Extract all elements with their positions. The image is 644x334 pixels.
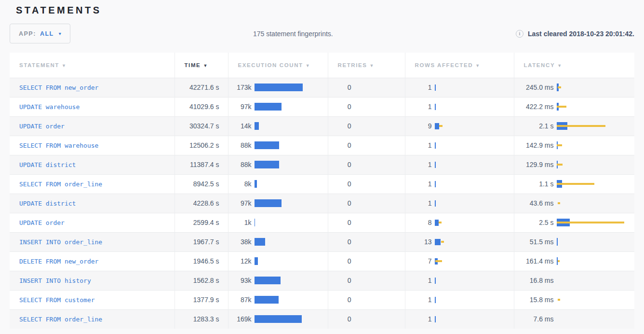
execution-count-bar bbox=[255, 141, 279, 149]
statement-link[interactable]: SELECT FROM customer bbox=[19, 296, 95, 304]
rows-affected-cell: 1 bbox=[405, 136, 514, 155]
latency-cell: 15.8 ms bbox=[514, 290, 634, 309]
statement-link[interactable]: SELECT FROM warehouse bbox=[19, 142, 98, 149]
time-value: 1967.7 s bbox=[174, 232, 228, 251]
rows-affected-stddev-line bbox=[439, 222, 442, 223]
statement-link[interactable]: UPDATE district bbox=[19, 200, 76, 207]
execution-count-bar bbox=[255, 180, 257, 188]
rows-affected-cell: 1 bbox=[405, 155, 514, 174]
execution-count-bar bbox=[255, 122, 259, 130]
column-header-time[interactable]: TIME▼ bbox=[174, 53, 228, 78]
execution-count-chart bbox=[255, 161, 328, 168]
statements-table-wrap: STATEMENT▼TIME▼EXECUTION COUNT▼RETRIES▼R… bbox=[10, 53, 634, 329]
table-row: DELETE FROM new_order1946.5 s12k07161.4 … bbox=[10, 251, 634, 271]
latency-value: 16.8 ms bbox=[514, 277, 554, 284]
statement-link[interactable]: UPDATE order bbox=[19, 123, 65, 130]
execution-count-value: 1k bbox=[228, 219, 252, 226]
statement-link[interactable]: SELECT FROM order_line bbox=[19, 316, 102, 323]
rows-affected-cell: 9 bbox=[405, 116, 514, 136]
rows-affected-chart bbox=[435, 296, 514, 304]
time-value: 1946.5 s bbox=[174, 251, 228, 271]
statement-link[interactable]: UPDATE district bbox=[19, 161, 76, 168]
statement-link[interactable]: UPDATE order bbox=[19, 219, 65, 226]
time-value: 41029.6 s bbox=[174, 97, 228, 116]
statement-link[interactable]: SELECT FROM new_order bbox=[19, 84, 98, 91]
latency-value: 43.6 ms bbox=[514, 199, 554, 207]
column-header-rows[interactable]: ROWS AFFECTED▼ bbox=[405, 53, 514, 78]
latency-stddev-line bbox=[557, 183, 594, 185]
column-header-retries[interactable]: RETRIES▼ bbox=[328, 53, 405, 78]
statement-link[interactable]: INSERT INTO order_line bbox=[19, 238, 102, 246]
execution-count-value: 93k bbox=[228, 277, 252, 284]
execution-count-cell: 97k bbox=[228, 194, 328, 213]
statement-link[interactable]: UPDATE warehouse bbox=[19, 103, 80, 111]
latency-stddev-line bbox=[557, 164, 563, 166]
time-value: 11387.4 s bbox=[174, 155, 228, 174]
execution-count-chart bbox=[255, 84, 328, 91]
latency-chart bbox=[557, 315, 635, 323]
retries-cell: 0 bbox=[328, 232, 405, 251]
rows-affected-cell: 1 bbox=[405, 271, 514, 290]
rows-affected-cell: 13 bbox=[405, 232, 514, 251]
retries-value: 0 bbox=[328, 199, 351, 207]
retries-value: 0 bbox=[328, 103, 351, 111]
retries-value: 0 bbox=[328, 238, 351, 246]
column-label: LATENCY bbox=[524, 62, 555, 68]
statement-link[interactable]: INSERT INTO history bbox=[19, 277, 91, 284]
rows-affected-stddev-line bbox=[435, 260, 442, 262]
execution-count-chart bbox=[255, 103, 328, 111]
statement-cell: SELECT FROM warehouse bbox=[10, 136, 174, 155]
execution-count-cell: 38k bbox=[228, 232, 328, 251]
execution-count-value: 87k bbox=[228, 296, 252, 304]
statement-cell: UPDATE order bbox=[10, 213, 174, 232]
app-filter-dropdown[interactable]: APP: ALL ▾ bbox=[10, 24, 70, 43]
table-row: SELECT FROM warehouse12506.2 s88k01142.9… bbox=[10, 136, 634, 155]
retries-value: 0 bbox=[328, 141, 351, 149]
execution-count-value: 8k bbox=[228, 180, 252, 188]
execution-count-value: 97k bbox=[228, 103, 252, 111]
latency-stddev-line bbox=[557, 222, 624, 223]
table-row: INSERT INTO history1562.8 s93k0116.8 ms bbox=[10, 271, 634, 290]
execution-count-chart bbox=[255, 296, 328, 304]
info-icon[interactable]: i bbox=[516, 30, 523, 38]
rows-affected-stddev-line bbox=[439, 125, 443, 127]
rows-affected-value: 8 bbox=[405, 219, 432, 226]
statement-link[interactable]: DELETE FROM new_order bbox=[19, 258, 98, 265]
rows-affected-value: 1 bbox=[405, 296, 432, 304]
sort-caret-icon: ▼ bbox=[557, 63, 563, 68]
sort-caret-icon: ▼ bbox=[62, 63, 67, 68]
latency-value: 161.4 ms bbox=[514, 257, 554, 265]
rows-affected-cell: 8 bbox=[405, 213, 514, 232]
time-value: 1283.3 s bbox=[174, 309, 228, 329]
page-title: STATEMENTS bbox=[16, 5, 644, 16]
latency-cell: 2.5 s bbox=[514, 213, 634, 232]
execution-count-cell: 14k bbox=[228, 116, 328, 136]
rows-affected-chart bbox=[435, 122, 514, 130]
rows-affected-value: 1 bbox=[405, 84, 432, 91]
execution-count-value: 169k bbox=[228, 315, 252, 323]
retries-value: 0 bbox=[328, 161, 351, 168]
table-row: UPDATE warehouse41029.6 s97k01422.2 ms bbox=[10, 97, 634, 116]
execution-count-value: 173k bbox=[228, 84, 252, 91]
table-row: SELECT FROM new_order42271.6 s173k01245.… bbox=[10, 78, 634, 97]
rows-affected-value: 1 bbox=[405, 199, 432, 207]
app-filter-value: ALL bbox=[40, 30, 54, 37]
statement-cell: SELECT FROM order_line bbox=[10, 309, 174, 329]
column-header-statement[interactable]: STATEMENT▼ bbox=[10, 53, 174, 78]
statement-cell: INSERT INTO order_line bbox=[10, 232, 174, 251]
column-header-exec[interactable]: EXECUTION COUNT▼ bbox=[228, 53, 328, 78]
latency-chart bbox=[557, 296, 635, 304]
execution-count-bar bbox=[255, 103, 282, 111]
retries-value: 0 bbox=[328, 277, 351, 284]
statement-link[interactable]: SELECT FROM order_line bbox=[19, 181, 102, 188]
last-cleared-area: i Last cleared 2018-10-23 20:01:42. bbox=[516, 30, 634, 38]
rows-affected-chart bbox=[435, 161, 514, 168]
execution-count-chart bbox=[255, 277, 328, 284]
execution-count-chart bbox=[255, 219, 328, 226]
column-header-latency[interactable]: LATENCY▼ bbox=[514, 53, 634, 78]
latency-cell: 7.6 ms bbox=[514, 309, 634, 329]
latency-stddev-line bbox=[558, 299, 560, 301]
retries-value: 0 bbox=[328, 84, 351, 91]
latency-cell: 161.4 ms bbox=[514, 251, 634, 271]
rows-affected-bar bbox=[435, 162, 436, 168]
